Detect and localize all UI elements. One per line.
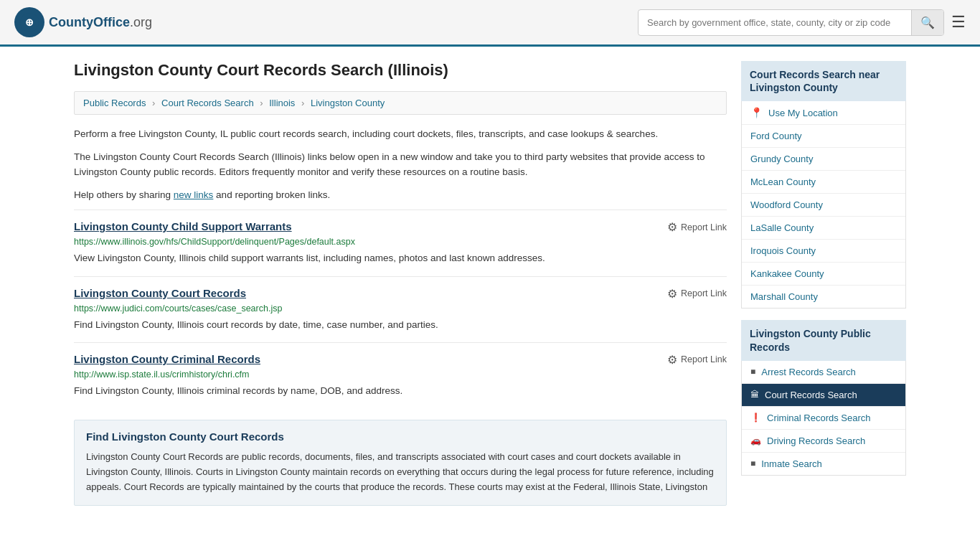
woodford-county-link[interactable]: Woodford County bbox=[742, 194, 905, 216]
grundy-county-label: Grundy County bbox=[750, 154, 813, 164]
record-url-1: https://www.judici.com/courts/cases/case… bbox=[74, 303, 727, 314]
search-input[interactable] bbox=[639, 11, 911, 34]
list-item-criminal: ❗ Criminal Records Search bbox=[742, 407, 905, 430]
lasalle-county-link[interactable]: LaSalle County bbox=[742, 217, 905, 239]
record-url-2: http://www.isp.state.il.us/crimhistory/c… bbox=[74, 369, 727, 380]
breadcrumb-illinois[interactable]: Illinois bbox=[269, 98, 295, 108]
grundy-county-link[interactable]: Grundy County bbox=[742, 148, 905, 170]
list-item-kankakee: Kankakee County bbox=[742, 263, 905, 286]
list-item-ford: Ford County bbox=[742, 125, 905, 148]
report-icon-2: ⚙ bbox=[667, 353, 677, 367]
list-item-lasalle: LaSalle County bbox=[742, 217, 905, 240]
main-container: Livingston County Court Records Search (… bbox=[60, 61, 920, 506]
hamburger-menu[interactable]: ☰ bbox=[951, 13, 966, 32]
find-section-title: Find Livingston County Court Records bbox=[86, 430, 715, 443]
record-desc-0: View Livingston County, Illinois child s… bbox=[74, 251, 727, 265]
iroquois-county-label: Iroquois County bbox=[750, 245, 816, 256]
report-link-2[interactable]: ⚙ Report Link bbox=[667, 353, 727, 367]
lasalle-county-label: LaSalle County bbox=[750, 222, 814, 233]
breadcrumb: Public Records › Court Records Search › … bbox=[74, 91, 727, 115]
sidebar: Court Records Search near Livingston Cou… bbox=[741, 61, 906, 506]
logo-icon: ⊕ bbox=[14, 7, 44, 37]
record-item-2: Livingston County Criminal Records ⚙ Rep… bbox=[74, 342, 727, 408]
ford-county-label: Ford County bbox=[750, 131, 802, 141]
marshall-county-label: Marshall County bbox=[750, 291, 818, 302]
inmate-icon: ■ bbox=[750, 458, 755, 468]
breadcrumb-livingston-county[interactable]: Livingston County bbox=[311, 98, 385, 108]
iroquois-county-link[interactable]: Iroquois County bbox=[742, 240, 905, 262]
find-section-text: Livingston County Court Records are publ… bbox=[86, 450, 715, 494]
report-icon-1: ⚙ bbox=[667, 287, 677, 301]
mclean-county-label: McLean County bbox=[750, 176, 816, 187]
sidebar-public-records-section: Livingston County Public Records ■ Arres… bbox=[741, 320, 906, 475]
list-item-mclean: McLean County bbox=[742, 171, 905, 194]
use-my-location-link[interactable]: 📍 Use My Location bbox=[742, 101, 905, 124]
content-area: Livingston County Court Records Search (… bbox=[74, 61, 727, 506]
ford-county-link[interactable]: Ford County bbox=[742, 125, 905, 147]
marshall-county-link[interactable]: Marshall County bbox=[742, 286, 905, 308]
court-records-label: Court Records Search bbox=[765, 390, 857, 400]
arrest-icon: ■ bbox=[750, 367, 755, 377]
driving-records-link[interactable]: 🚗 Driving Records Search bbox=[742, 430, 905, 452]
sidebar-nearby-header: Court Records Search near Livingston Cou… bbox=[741, 61, 906, 101]
record-title-0[interactable]: Livingston County Child Support Warrants bbox=[74, 220, 292, 232]
location-icon: 📍 bbox=[750, 107, 763, 118]
driving-records-label: Driving Records Search bbox=[767, 435, 865, 446]
woodford-county-label: Woodford County bbox=[750, 199, 823, 210]
list-item-iroquois: Iroquois County bbox=[742, 240, 905, 263]
court-icon: 🏛 bbox=[750, 390, 759, 400]
list-item-woodford: Woodford County bbox=[742, 194, 905, 217]
list-item-marshall: Marshall County bbox=[742, 286, 905, 308]
record-title-1[interactable]: Livingston County Court Records bbox=[74, 287, 246, 299]
new-links-link[interactable]: new links bbox=[174, 189, 214, 200]
breadcrumb-court-records-search[interactable]: Court Records Search bbox=[161, 98, 254, 108]
inmate-search-link[interactable]: ■ Inmate Search bbox=[742, 453, 905, 475]
arrest-records-label: Arrest Records Search bbox=[761, 367, 856, 377]
intro-paragraph-2: The Livingston County Court Records Sear… bbox=[74, 149, 727, 180]
find-section: Find Livingston County Court Records Liv… bbox=[74, 420, 727, 505]
sidebar-public-records-list: ■ Arrest Records Search 🏛 Court Records … bbox=[741, 361, 906, 476]
search-bar: 🔍 bbox=[638, 9, 944, 36]
intro-paragraph-3: Help others by sharing new links and rep… bbox=[74, 187, 727, 203]
svg-text:⊕: ⊕ bbox=[25, 17, 34, 28]
list-item-court: 🏛 Court Records Search bbox=[742, 384, 905, 407]
report-link-0[interactable]: ⚙ Report Link bbox=[667, 220, 727, 234]
court-records-link[interactable]: 🏛 Court Records Search bbox=[742, 384, 905, 406]
driving-icon: 🚗 bbox=[750, 435, 761, 446]
search-button[interactable]: 🔍 bbox=[911, 10, 943, 35]
header-right: 🔍 ☰ bbox=[638, 9, 966, 36]
record-item-0: Livingston County Child Support Warrants… bbox=[74, 209, 727, 276]
list-item-grundy: Grundy County bbox=[742, 148, 905, 171]
criminal-icon: ❗ bbox=[750, 413, 761, 423]
criminal-records-link[interactable]: ❗ Criminal Records Search bbox=[742, 407, 905, 429]
record-item-1: Livingston County Court Records ⚙ Report… bbox=[74, 276, 727, 342]
logo-text: CountyOffice.org bbox=[49, 15, 152, 30]
mclean-county-link[interactable]: McLean County bbox=[742, 171, 905, 193]
list-item-inmate: ■ Inmate Search bbox=[742, 453, 905, 475]
page-title: Livingston County Court Records Search (… bbox=[74, 61, 727, 80]
list-item-driving: 🚗 Driving Records Search bbox=[742, 430, 905, 453]
intro-paragraph-1: Perform a free Livingston County, IL pub… bbox=[74, 126, 727, 142]
list-item-location: 📍 Use My Location bbox=[742, 101, 905, 125]
kankakee-county-link[interactable]: Kankakee County bbox=[742, 263, 905, 285]
record-desc-1: Find Livingston County, Illinois court r… bbox=[74, 318, 727, 332]
sidebar-nearby-section: Court Records Search near Livingston Cou… bbox=[741, 61, 906, 309]
record-title-2[interactable]: Livingston County Criminal Records bbox=[74, 353, 260, 365]
criminal-records-label: Criminal Records Search bbox=[767, 413, 871, 423]
sidebar-public-records-header: Livingston County Public Records bbox=[741, 320, 906, 360]
record-url-0: https://www.illinois.gov/hfs/ChildSuppor… bbox=[74, 237, 727, 247]
breadcrumb-public-records[interactable]: Public Records bbox=[83, 98, 146, 108]
list-item-arrest: ■ Arrest Records Search bbox=[742, 361, 905, 384]
kankakee-county-label: Kankakee County bbox=[750, 268, 824, 279]
header: ⊕ CountyOffice.org 🔍 ☰ bbox=[0, 0, 980, 47]
sidebar-nearby-list: 📍 Use My Location Ford County Grundy Cou… bbox=[741, 101, 906, 309]
use-my-location-label: Use My Location bbox=[768, 108, 838, 118]
arrest-records-link[interactable]: ■ Arrest Records Search bbox=[742, 361, 905, 383]
report-link-1[interactable]: ⚙ Report Link bbox=[667, 287, 727, 301]
report-icon-0: ⚙ bbox=[667, 220, 677, 234]
inmate-search-label: Inmate Search bbox=[761, 458, 822, 469]
record-desc-2: Find Livingston County, Illinois crimina… bbox=[74, 384, 727, 398]
logo-area: ⊕ CountyOffice.org bbox=[14, 7, 152, 37]
